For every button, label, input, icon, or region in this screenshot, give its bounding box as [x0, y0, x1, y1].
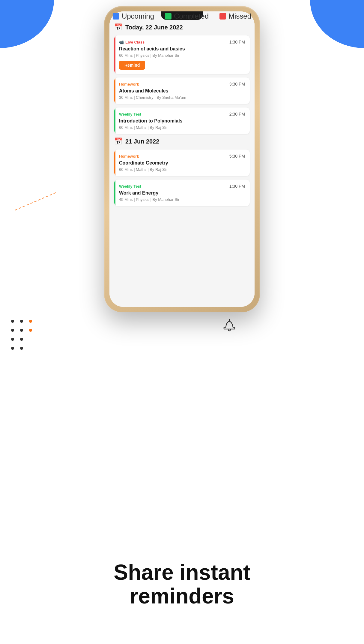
card-top-row-4: Homework 5:30 PM — [119, 154, 245, 159]
legend-row: Upcoming Completed Missed — [113, 12, 251, 20]
legend-missed: Missed — [219, 12, 251, 20]
svg-point-8 — [11, 338, 14, 341]
svg-point-5 — [29, 320, 32, 323]
card-meta-1: 60 Mins | Physics | By Manohar Sir — [119, 53, 245, 58]
svg-point-7 — [20, 329, 23, 332]
svg-point-3 — [11, 320, 14, 323]
missed-label: Missed — [228, 12, 251, 20]
remind-button[interactable]: Remind — [119, 61, 145, 70]
card-weekly-test-1: Weekly Test 2:30 PM Introduction to Poly… — [114, 107, 250, 134]
card-type-1: 📹 Live Class — [119, 40, 145, 44]
svg-point-4 — [20, 320, 23, 323]
calendar-icon-1: 📅 — [114, 23, 122, 31]
card-meta-3: 60 Mins | Maths | By Raj Sir — [119, 125, 245, 130]
card-top-row-1: 📹 Live Class 1:30 PM — [119, 40, 245, 44]
card-meta-2: 30 Mins | Chemistry | By Sneha Ma'am — [119, 95, 245, 100]
svg-point-6 — [11, 329, 14, 332]
card-top-row-2: Homework 3:30 PM — [119, 82, 245, 86]
date-header-1: 📅 Today, 22 June 2022 — [114, 23, 250, 31]
card-homework-2: Homework 5:30 PM Coordinate Geometry 60 … — [114, 150, 250, 176]
card-type-4: Homework — [119, 154, 139, 159]
svg-point-11 — [20, 347, 23, 350]
card-type-3: Weekly Test — [119, 112, 141, 116]
card-top-row-3: Weekly Test 2:30 PM — [119, 112, 245, 116]
card-time-3: 2:30 PM — [229, 112, 245, 116]
bottom-heading-section: Share instant reminders — [77, 561, 287, 608]
card-time-4: 5:30 PM — [229, 154, 245, 159]
card-top-row-5: Weekly Test 1:30 PM — [119, 184, 245, 189]
legend-completed: Completed — [165, 12, 209, 20]
card-title-4: Coordinate Geometry — [119, 160, 245, 166]
card-time-1: 1:30 PM — [229, 40, 245, 44]
upcoming-label: Upcoming — [122, 12, 154, 20]
card-title-1: Reaction of acids and basics — [119, 46, 245, 52]
missed-dot — [219, 13, 226, 20]
card-title-2: Atoms and Molecules — [119, 88, 245, 94]
live-class-icon: 📹 — [119, 40, 124, 44]
phone-screen: 📅 Today, 22 June 2022 📹 Live Class 1:30 … — [109, 11, 255, 307]
card-title-3: Introduction to Polynomials — [119, 118, 245, 124]
app-scroll-content[interactable]: 📅 Today, 22 June 2022 📹 Live Class 1:30 … — [109, 11, 255, 307]
card-live-class: 📹 Live Class 1:30 PM Reaction of acids a… — [114, 35, 250, 74]
card-time-5: 1:30 PM — [229, 184, 245, 189]
top-blue-left-decoration — [0, 0, 54, 48]
completed-label: Completed — [174, 12, 209, 20]
card-time-2: 3:30 PM — [229, 82, 245, 86]
card-title-5: Work and Energy — [119, 190, 245, 196]
phone-outer-shell: 📅 Today, 22 June 2022 📹 Live Class 1:30 … — [104, 6, 260, 312]
svg-point-9 — [20, 338, 23, 341]
upcoming-dot — [113, 13, 119, 20]
card-homework-1: Homework 3:30 PM Atoms and Molecules 30 … — [114, 77, 250, 104]
date-text-1: Today, 22 June 2022 — [125, 24, 183, 31]
date-text-2: 21 Jun 2022 — [125, 138, 159, 145]
bottom-heading: Share instant reminders — [77, 561, 287, 608]
date-header-2: 📅 21 Jun 2022 — [114, 138, 250, 145]
legend-upcoming: Upcoming — [113, 12, 154, 20]
card-meta-5: 45 Mins | Physics | By Manohar Sir — [119, 197, 245, 202]
svg-point-12 — [29, 329, 32, 332]
svg-line-2 — [15, 192, 57, 210]
card-type-2: Homework — [119, 82, 139, 86]
completed-dot — [165, 13, 172, 20]
top-blue-right-decoration — [310, 0, 364, 48]
card-weekly-test-2: Weekly Test 1:30 PM Work and Energy 45 M… — [114, 180, 250, 206]
calendar-icon-2: 📅 — [114, 138, 122, 145]
card-type-5: Weekly Test — [119, 184, 141, 189]
phone-frame: 📅 Today, 22 June 2022 📹 Live Class 1:30 … — [104, 6, 260, 312]
svg-point-10 — [11, 347, 14, 350]
card-meta-4: 60 Mins | Maths | By Raj Sir — [119, 167, 245, 172]
